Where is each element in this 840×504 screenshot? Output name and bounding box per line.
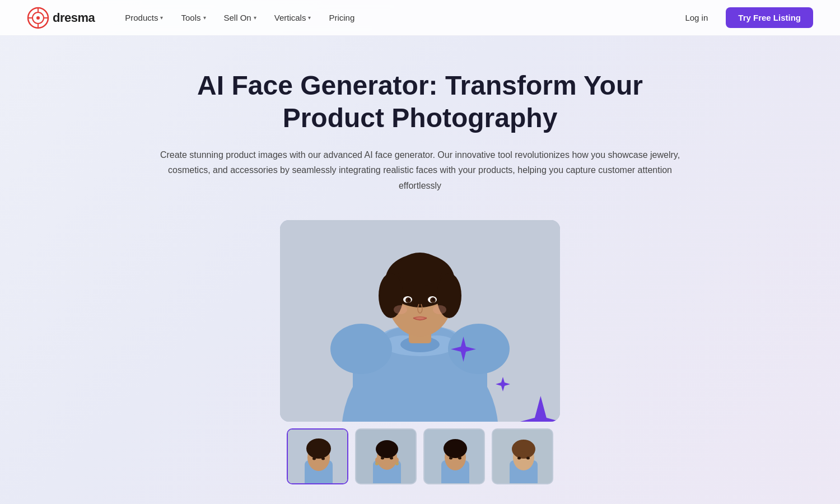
navbar: dresma Products ▾ Tools ▾ Sell On ▾ Vert… <box>0 0 840 36</box>
svg-point-36 <box>321 457 325 460</box>
svg-point-54 <box>447 440 464 451</box>
thumbnail-2[interactable] <box>355 428 417 484</box>
sell-on-chevron-icon: ▾ <box>254 15 256 21</box>
logo-link[interactable]: dresma <box>27 7 95 29</box>
try-free-listing-button[interactable]: Try Free Listing <box>726 7 813 28</box>
svg-point-52 <box>449 456 452 459</box>
svg-point-45 <box>375 462 379 465</box>
thumbnail-3[interactable] <box>423 428 485 484</box>
model-figure <box>280 220 560 422</box>
tools-chevron-icon: ▾ <box>203 15 206 21</box>
svg-point-60 <box>526 456 530 459</box>
svg-point-59 <box>517 456 521 459</box>
svg-point-61 <box>516 441 531 452</box>
svg-point-22 <box>398 253 442 286</box>
svg-point-37 <box>310 440 328 452</box>
nav-item-products[interactable]: Products ▾ <box>117 8 171 27</box>
nav-item-verticals[interactable]: Verticals ▾ <box>267 8 319 27</box>
svg-point-2 <box>36 16 40 20</box>
nav-item-tools[interactable]: Tools ▾ <box>173 8 213 27</box>
login-button[interactable]: Log in <box>678 8 715 27</box>
svg-point-43 <box>390 456 393 459</box>
svg-point-35 <box>312 457 316 460</box>
svg-point-47 <box>395 462 399 465</box>
svg-point-27 <box>408 298 410 301</box>
main-content: AI Face Generator: Transform Your Produc… <box>0 36 840 504</box>
image-showcase <box>280 220 560 484</box>
svg-point-42 <box>381 456 384 459</box>
nav-item-pricing[interactable]: Pricing <box>321 8 362 27</box>
svg-point-29 <box>394 305 407 314</box>
hero-description: Create stunning product images with our … <box>157 147 683 193</box>
thumbnail-strip <box>280 428 560 484</box>
thumbnail-1[interactable] <box>287 428 348 484</box>
svg-point-28 <box>432 298 435 301</box>
main-image <box>280 220 560 422</box>
logo-icon <box>27 7 49 29</box>
svg-point-15 <box>330 324 392 374</box>
svg-point-41 <box>376 440 398 458</box>
svg-point-30 <box>433 305 446 314</box>
nav-links: Products ▾ Tools ▾ Sell On ▾ Verticals ▾… <box>117 8 678 27</box>
nav-right: Log in Try Free Listing <box>678 7 813 28</box>
logo-text: dresma <box>53 11 95 25</box>
nav-item-sell-on[interactable]: Sell On ▾ <box>216 8 264 27</box>
verticals-chevron-icon: ▾ <box>308 15 311 21</box>
hero-title: AI Face Generator: Transform Your Produc… <box>168 69 672 134</box>
thumbnail-4[interactable] <box>492 428 553 484</box>
svg-point-53 <box>458 456 461 459</box>
products-chevron-icon: ▾ <box>160 15 163 21</box>
model-svg <box>280 220 560 422</box>
